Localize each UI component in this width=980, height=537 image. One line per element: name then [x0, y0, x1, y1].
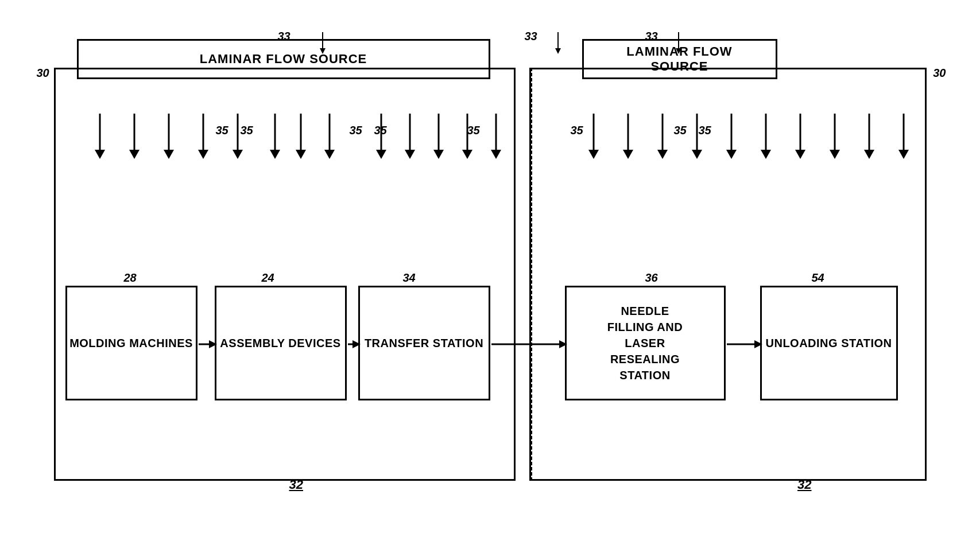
needle-filling-box: NEEDLEFILLING ANDLASERRESEALINGSTATION — [565, 286, 726, 400]
arrow-transfer-needle — [491, 338, 567, 350]
svg-marker-11 — [164, 150, 174, 159]
svg-marker-41 — [726, 150, 737, 159]
ref-54: 54 — [812, 271, 824, 285]
ref-30-tr: 30 — [933, 67, 946, 80]
svg-marker-37 — [657, 150, 668, 159]
needle-filling-label: NEEDLEFILLING ANDLASERRESEALINGSTATION — [607, 303, 683, 383]
unloading-station-label: UNLOADING STATION — [766, 335, 892, 351]
svg-marker-33 — [588, 150, 599, 159]
svg-marker-53 — [209, 340, 217, 348]
svg-marker-9 — [129, 150, 140, 159]
svg-marker-39 — [692, 150, 702, 159]
svg-marker-31 — [491, 150, 501, 159]
ref-24: 24 — [262, 271, 274, 285]
svg-marker-25 — [405, 150, 415, 159]
arrow-needle-unloading — [727, 338, 762, 350]
svg-marker-57 — [559, 340, 567, 348]
svg-marker-21 — [324, 150, 335, 159]
assembly-devices-label: ASSEMBLY DEVICES — [220, 335, 340, 351]
molding-machines-label: MOLDING MACHINES — [69, 335, 193, 351]
ref33-arrow-right — [673, 26, 702, 55]
ref-34: 34 — [403, 271, 416, 285]
svg-marker-13 — [198, 150, 208, 159]
svg-marker-47 — [830, 150, 840, 159]
ref-28: 28 — [124, 271, 137, 285]
svg-marker-3 — [555, 48, 561, 54]
ref-36: 36 — [645, 271, 658, 285]
molding-machines-box: MOLDING MACHINES — [65, 286, 197, 400]
svg-marker-59 — [754, 340, 762, 348]
assembly-devices-box: ASSEMBLY DEVICES — [215, 286, 347, 400]
svg-marker-19 — [296, 150, 306, 159]
svg-marker-5 — [676, 48, 681, 54]
svg-marker-43 — [761, 150, 771, 159]
label-32-left: 32 — [289, 477, 303, 492]
flow-arrows — [60, 111, 950, 185]
svg-marker-23 — [376, 150, 386, 159]
ref-30-tl: 30 — [37, 67, 49, 80]
ref33-arrow-mid — [552, 26, 581, 55]
diagram: LAMINAR FLOW SOURCE LAMINAR FLOWSOURCE 3… — [31, 22, 950, 515]
ref-33-left: 33 — [278, 30, 290, 43]
svg-marker-7 — [95, 150, 105, 159]
transfer-station-box: TRANSFER STATION — [358, 286, 490, 400]
label-32-right: 32 — [797, 477, 811, 492]
svg-marker-27 — [433, 150, 444, 159]
unloading-station-box: UNLOADING STATION — [760, 286, 898, 400]
ref33-arrow-left — [317, 26, 346, 55]
svg-marker-15 — [233, 150, 243, 159]
arrow-assembly-transfer — [348, 338, 361, 350]
svg-marker-35 — [623, 150, 633, 159]
svg-marker-55 — [353, 340, 361, 348]
arrow-molding-assembly — [199, 338, 217, 350]
svg-marker-1 — [320, 48, 326, 54]
transfer-station-label: TRANSFER STATION — [365, 335, 483, 351]
svg-marker-29 — [462, 150, 472, 159]
svg-marker-51 — [898, 150, 909, 159]
svg-marker-17 — [270, 150, 280, 159]
svg-marker-45 — [795, 150, 805, 159]
svg-marker-49 — [864, 150, 874, 159]
ref-33-mid: 33 — [525, 30, 537, 43]
lfs-left-box: LAMINAR FLOW SOURCE — [77, 39, 490, 79]
ref-33-right: 33 — [645, 30, 658, 43]
